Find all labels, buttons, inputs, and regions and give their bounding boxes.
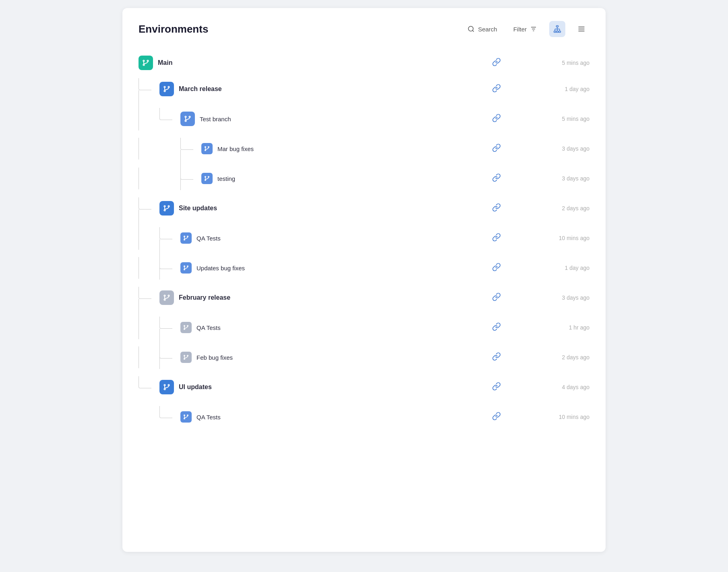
time-label: 2 days ago bbox=[533, 354, 589, 361]
link-button[interactable] bbox=[492, 143, 501, 154]
tree-row: Feb bug fixes 2 days ago bbox=[139, 342, 589, 372]
time-label: 3 days ago bbox=[533, 145, 589, 152]
tree-row: UI updates 4 days ago bbox=[139, 372, 589, 402]
env-icon bbox=[180, 352, 192, 363]
search-button[interactable]: Search bbox=[463, 23, 501, 35]
tree-row: February release 3 days ago bbox=[139, 283, 589, 313]
env-label: UI updates bbox=[179, 383, 212, 391]
filter-icon bbox=[530, 25, 537, 33]
header-actions: Search Filter bbox=[463, 21, 589, 37]
link-button[interactable] bbox=[492, 412, 501, 423]
env-icon bbox=[180, 262, 192, 274]
main-card: Environments Search Filter bbox=[122, 8, 606, 552]
svg-rect-7 bbox=[556, 31, 558, 32]
env-label: Site updates bbox=[179, 205, 217, 212]
tree-row: March release 1 day ago bbox=[139, 74, 589, 104]
row-right: 1 day ago bbox=[492, 84, 589, 95]
link-button[interactable] bbox=[492, 263, 501, 274]
env-icon bbox=[180, 112, 195, 126]
svg-rect-8 bbox=[558, 31, 560, 32]
link-button[interactable] bbox=[492, 114, 501, 124]
env-icon bbox=[180, 411, 192, 423]
row-right: 2 days ago bbox=[492, 203, 589, 214]
row-right: 1 hr ago bbox=[492, 322, 589, 333]
tree-row: testing 3 days ago bbox=[139, 164, 589, 193]
tree-row: QA Tests 10 mins ago bbox=[139, 402, 589, 432]
env-label: QA Tests bbox=[196, 235, 221, 242]
time-label: 5 mins ago bbox=[533, 116, 589, 122]
svg-rect-6 bbox=[554, 31, 556, 32]
env-icon bbox=[201, 173, 213, 184]
env-label: testing bbox=[217, 175, 235, 182]
tree-row: Updates bug fixes 1 day ago bbox=[139, 253, 589, 283]
time-label: 2 days ago bbox=[533, 205, 589, 211]
filter-label: Filter bbox=[513, 26, 527, 33]
svg-line-1 bbox=[473, 30, 474, 31]
row-right: 10 mins ago bbox=[492, 412, 589, 423]
svg-point-0 bbox=[468, 26, 473, 31]
env-label: Mar bug fixes bbox=[217, 145, 254, 152]
link-button[interactable] bbox=[492, 292, 501, 303]
env-label: QA Tests bbox=[196, 324, 221, 331]
link-button[interactable] bbox=[492, 382, 501, 393]
menu-button[interactable] bbox=[573, 21, 589, 37]
time-label: 10 mins ago bbox=[533, 235, 589, 241]
env-icon bbox=[180, 232, 192, 244]
link-button[interactable] bbox=[492, 84, 501, 95]
time-label: 3 days ago bbox=[533, 294, 589, 301]
env-label: February release bbox=[179, 294, 230, 301]
page-title: Environments bbox=[139, 23, 208, 35]
env-icon bbox=[201, 143, 213, 154]
env-label: Test branch bbox=[200, 116, 231, 122]
time-label: 1 day ago bbox=[533, 86, 589, 92]
tree-row: Test branch 5 mins ago bbox=[139, 104, 589, 134]
time-label: 1 day ago bbox=[533, 265, 589, 271]
env-label: QA Tests bbox=[196, 414, 221, 421]
row-right: 10 mins ago bbox=[492, 233, 589, 244]
env-label: Updates bug fixes bbox=[196, 265, 245, 271]
environments-tree: Main 5 mins ago March release 1 day ago … bbox=[139, 52, 589, 432]
link-button[interactable] bbox=[492, 203, 501, 214]
svg-rect-5 bbox=[556, 26, 558, 27]
env-icon bbox=[159, 82, 174, 96]
row-right: 3 days ago bbox=[492, 173, 589, 184]
tree-row: Mar bug fixes 3 days ago bbox=[139, 134, 589, 164]
env-icon bbox=[159, 290, 174, 305]
env-label: Feb bug fixes bbox=[196, 354, 233, 361]
row-right: 1 day ago bbox=[492, 263, 589, 274]
hierarchy-icon bbox=[553, 25, 561, 33]
env-icon bbox=[180, 322, 192, 333]
env-label: March release bbox=[179, 85, 222, 93]
time-label: 3 days ago bbox=[533, 175, 589, 182]
link-button[interactable] bbox=[492, 173, 501, 184]
filter-button[interactable]: Filter bbox=[509, 23, 541, 35]
time-label: 5 mins ago bbox=[533, 60, 589, 66]
tree-row: Main 5 mins ago bbox=[139, 52, 589, 74]
search-label: Search bbox=[478, 26, 497, 33]
env-icon bbox=[139, 56, 153, 70]
env-icon bbox=[159, 380, 174, 394]
link-button[interactable] bbox=[492, 58, 501, 68]
page-header: Environments Search Filter bbox=[139, 21, 589, 37]
link-button[interactable] bbox=[492, 322, 501, 333]
tree-row: Site updates 2 days ago bbox=[139, 193, 589, 223]
row-right: 4 days ago bbox=[492, 382, 589, 393]
time-label: 4 days ago bbox=[533, 384, 589, 390]
hierarchy-button[interactable] bbox=[549, 21, 565, 37]
row-right: 2 days ago bbox=[492, 352, 589, 363]
row-right: 5 mins ago bbox=[492, 58, 589, 68]
search-icon bbox=[467, 25, 475, 33]
link-button[interactable] bbox=[492, 352, 501, 363]
link-button[interactable] bbox=[492, 233, 501, 244]
time-label: 10 mins ago bbox=[533, 414, 589, 420]
env-label: Main bbox=[158, 59, 172, 66]
env-icon bbox=[159, 201, 174, 216]
tree-row: QA Tests 1 hr ago bbox=[139, 313, 589, 342]
row-right: 3 days ago bbox=[492, 143, 589, 154]
time-label: 1 hr ago bbox=[533, 324, 589, 331]
row-right: 5 mins ago bbox=[492, 114, 589, 124]
row-right: 3 days ago bbox=[492, 292, 589, 303]
menu-icon bbox=[577, 25, 585, 33]
tree-row: QA Tests 10 mins ago bbox=[139, 223, 589, 253]
